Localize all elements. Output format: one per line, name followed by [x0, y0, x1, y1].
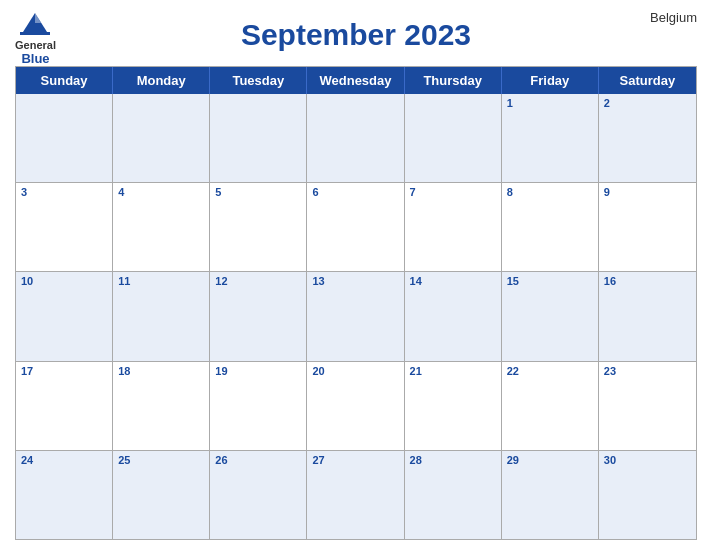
day-number: 8 [507, 186, 593, 198]
day-cell: 22 [502, 362, 599, 450]
day-header-friday: Friday [502, 67, 599, 94]
day-cell: 14 [405, 272, 502, 360]
day-number: 12 [215, 275, 301, 287]
logo: General Blue [15, 10, 56, 66]
day-cell: 29 [502, 451, 599, 539]
day-number: 17 [21, 365, 107, 377]
day-number: 14 [410, 275, 496, 287]
day-cell: 1 [502, 94, 599, 182]
day-number: 7 [410, 186, 496, 198]
day-cell: 21 [405, 362, 502, 450]
day-number: 11 [118, 275, 204, 287]
day-cell: 13 [307, 272, 404, 360]
day-cell: 25 [113, 451, 210, 539]
week-row-3: 10111213141516 [16, 271, 696, 360]
day-number: 30 [604, 454, 691, 466]
day-cell: 17 [16, 362, 113, 450]
day-cell: 10 [16, 272, 113, 360]
day-cell: 3 [16, 183, 113, 271]
day-cell [210, 94, 307, 182]
day-number: 20 [312, 365, 398, 377]
week-row-2: 3456789 [16, 182, 696, 271]
day-cell: 30 [599, 451, 696, 539]
day-cell: 12 [210, 272, 307, 360]
day-cell [405, 94, 502, 182]
day-number: 21 [410, 365, 496, 377]
day-cell: 5 [210, 183, 307, 271]
day-header-monday: Monday [113, 67, 210, 94]
country-label: Belgium [650, 10, 697, 25]
day-number: 28 [410, 454, 496, 466]
day-cell: 19 [210, 362, 307, 450]
day-number: 3 [21, 186, 107, 198]
day-number: 29 [507, 454, 593, 466]
day-number: 9 [604, 186, 691, 198]
day-header-sunday: Sunday [16, 67, 113, 94]
day-cell: 8 [502, 183, 599, 271]
day-cell: 15 [502, 272, 599, 360]
day-number: 15 [507, 275, 593, 287]
day-number: 22 [507, 365, 593, 377]
day-number: 1 [507, 97, 593, 109]
day-cell: 24 [16, 451, 113, 539]
day-number: 23 [604, 365, 691, 377]
day-cell: 6 [307, 183, 404, 271]
svg-rect-2 [20, 32, 50, 35]
day-cell: 4 [113, 183, 210, 271]
calendar-title: September 2023 [241, 18, 471, 52]
day-number: 18 [118, 365, 204, 377]
day-number: 5 [215, 186, 301, 198]
day-cell: 16 [599, 272, 696, 360]
day-cell: 2 [599, 94, 696, 182]
day-cell: 11 [113, 272, 210, 360]
day-cell: 9 [599, 183, 696, 271]
week-row-5: 24252627282930 [16, 450, 696, 539]
day-header-saturday: Saturday [599, 67, 696, 94]
day-number: 6 [312, 186, 398, 198]
logo-blue-text: Blue [21, 51, 49, 66]
day-number: 10 [21, 275, 107, 287]
day-number: 4 [118, 186, 204, 198]
day-number: 25 [118, 454, 204, 466]
logo-general-text: General [15, 39, 56, 51]
day-cell [16, 94, 113, 182]
day-header-thursday: Thursday [405, 67, 502, 94]
week-row-4: 17181920212223 [16, 361, 696, 450]
day-cell [113, 94, 210, 182]
weeks-container: 1234567891011121314151617181920212223242… [16, 94, 696, 539]
calendar-page: General Blue September 2023 Belgium Sund… [0, 0, 712, 550]
day-header-wednesday: Wednesday [307, 67, 404, 94]
day-number: 26 [215, 454, 301, 466]
day-number: 16 [604, 275, 691, 287]
logo-icon [17, 10, 53, 38]
day-cell: 28 [405, 451, 502, 539]
day-cell: 27 [307, 451, 404, 539]
day-number: 13 [312, 275, 398, 287]
day-number: 24 [21, 454, 107, 466]
day-headers-row: SundayMondayTuesdayWednesdayThursdayFrid… [16, 67, 696, 94]
day-cell: 20 [307, 362, 404, 450]
header: General Blue September 2023 Belgium [15, 10, 697, 60]
calendar-grid: SundayMondayTuesdayWednesdayThursdayFrid… [15, 66, 697, 540]
week-row-1: 12 [16, 94, 696, 182]
day-cell: 26 [210, 451, 307, 539]
day-number: 2 [604, 97, 691, 109]
day-number: 27 [312, 454, 398, 466]
day-cell: 7 [405, 183, 502, 271]
day-cell: 23 [599, 362, 696, 450]
day-number: 19 [215, 365, 301, 377]
day-cell [307, 94, 404, 182]
day-cell: 18 [113, 362, 210, 450]
day-header-tuesday: Tuesday [210, 67, 307, 94]
